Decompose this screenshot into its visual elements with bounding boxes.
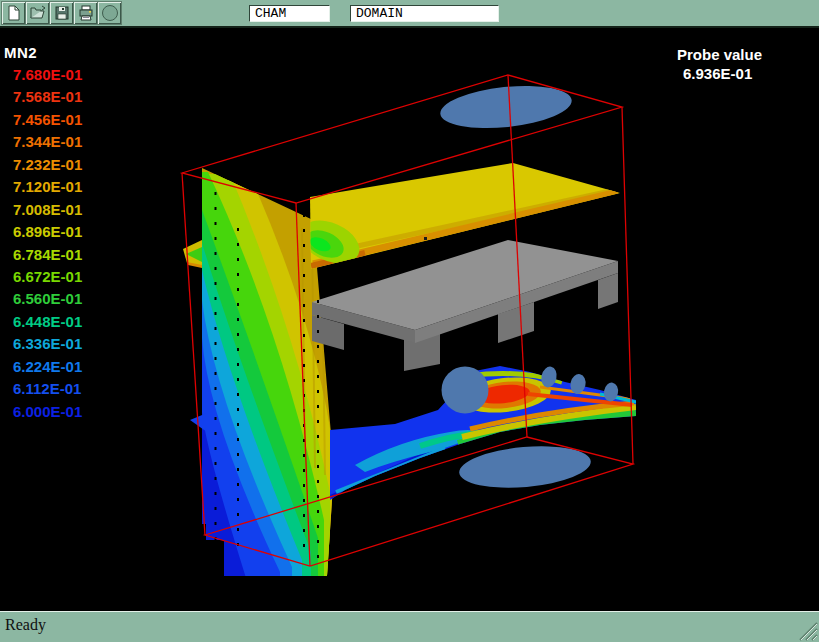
legend-entry: 7.232E-01 xyxy=(4,156,82,178)
legend-entry: 6.336E-01 xyxy=(4,335,82,357)
legend-entry: 6.448E-01 xyxy=(4,313,82,335)
open-folder-icon xyxy=(30,5,46,21)
new-document-icon xyxy=(6,5,22,21)
status-bar: Ready xyxy=(0,611,819,642)
probe-readout: Probe value 6.936E-01 xyxy=(677,45,762,83)
legend-entry: 6.896E-01 xyxy=(4,223,82,245)
legend-entry: 7.120E-01 xyxy=(4,178,82,200)
app-window: MN2 7.680E-01 7.568E-01 7.456E-01 7.344E… xyxy=(0,0,819,642)
gray-block-object xyxy=(312,240,618,371)
legend-entry: 6.112E-01 xyxy=(4,380,82,402)
cfd-scene[interactable] xyxy=(0,28,819,611)
probe-label: Probe value xyxy=(677,45,762,64)
toolbar xyxy=(0,0,819,28)
legend-entry: 6.560E-01 xyxy=(4,290,82,312)
legend-entry: 7.008E-01 xyxy=(4,201,82,223)
sphere-object xyxy=(442,367,489,414)
viewport: MN2 7.680E-01 7.568E-01 7.456E-01 7.344E… xyxy=(0,28,819,611)
print-button[interactable] xyxy=(74,2,97,24)
legend-entry: 7.568E-01 xyxy=(4,88,82,110)
legend-entry: 7.680E-01 xyxy=(4,66,82,88)
resize-grip[interactable] xyxy=(796,619,818,641)
legend-entry: 6.224E-01 xyxy=(4,358,82,380)
circle-icon xyxy=(101,4,119,22)
legend-entry: 7.344E-01 xyxy=(4,133,82,155)
status-text: Ready xyxy=(5,616,46,634)
save-button[interactable] xyxy=(50,2,73,24)
print-icon xyxy=(78,5,94,21)
legend-entry: 6.784E-01 xyxy=(4,246,82,268)
legend-entry: 6.000E-01 xyxy=(4,403,82,425)
domain-field[interactable] xyxy=(350,5,499,22)
probe-marker xyxy=(424,237,427,240)
probe-value: 6.936E-01 xyxy=(677,64,762,83)
contour-legend: MN2 7.680E-01 7.568E-01 7.456E-01 7.344E… xyxy=(4,44,82,425)
open-file-button[interactable] xyxy=(26,2,49,24)
new-file-button[interactable] xyxy=(2,2,25,24)
cham-field[interactable] xyxy=(249,5,330,22)
run-button[interactable] xyxy=(98,2,121,24)
legend-variable-name: MN2 xyxy=(4,44,82,66)
legend-entry: 7.456E-01 xyxy=(4,111,82,133)
save-icon xyxy=(54,5,70,21)
legend-entry: 6.672E-01 xyxy=(4,268,82,290)
